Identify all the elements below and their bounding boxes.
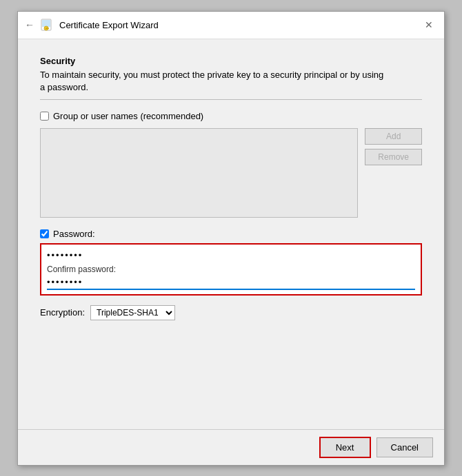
- confirm-input-wrapper: [47, 276, 415, 290]
- dialog-title: Certificate Export Wizard: [59, 20, 159, 30]
- encryption-select[interactable]: TripleDES-SHA1 AES256-SHA256: [90, 305, 175, 320]
- password-field-inner: Confirm password:: [47, 249, 415, 290]
- add-button[interactable]: Add: [365, 128, 422, 145]
- confirm-password-input[interactable]: [47, 276, 415, 289]
- password-field-box: Confirm password:: [40, 243, 422, 296]
- svg-rect-4: [46, 28, 47, 30]
- confirm-label: Confirm password:: [47, 265, 415, 274]
- encryption-label: Encryption:: [40, 307, 85, 318]
- dialog-content: Security To maintain security, you must …: [18, 39, 444, 429]
- password-checkbox[interactable]: [40, 229, 49, 238]
- group-list-area: Add Remove: [40, 128, 422, 218]
- security-section-title: Security: [40, 56, 422, 66]
- close-button[interactable]: ✕: [421, 17, 437, 33]
- password-section: Password: Confirm password:: [40, 229, 422, 296]
- svg-rect-1: [42, 20, 50, 27]
- back-arrow-button[interactable]: ←: [25, 19, 34, 30]
- encryption-row: Encryption: TripleDES-SHA1 AES256-SHA256: [40, 305, 422, 320]
- cancel-button[interactable]: Cancel: [376, 437, 433, 457]
- group-checkbox-row: Group or user names (recommended): [40, 111, 422, 121]
- security-description: To maintain security, you must protect t…: [40, 69, 422, 94]
- title-bar-left: ← Certificate Export Wizard: [25, 18, 159, 32]
- remove-button[interactable]: Remove: [365, 149, 422, 165]
- group-listbox[interactable]: [40, 128, 358, 218]
- password-input[interactable]: [47, 249, 415, 262]
- title-bar: ← Certificate Export Wizard ✕: [18, 12, 444, 39]
- certificate-icon: [40, 18, 54, 32]
- group-checkbox-label[interactable]: Group or user names (recommended): [53, 111, 203, 121]
- group-checkbox[interactable]: [40, 112, 49, 121]
- dialog-footer: Next Cancel: [18, 429, 444, 465]
- certificate-export-wizard-dialog: ← Certificate Export Wizard ✕ Security T…: [17, 11, 445, 466]
- next-button[interactable]: Next: [319, 437, 371, 458]
- group-list-buttons: Add Remove: [365, 128, 422, 218]
- password-checkbox-row: Password:: [40, 229, 422, 239]
- password-checkbox-label[interactable]: Password:: [53, 229, 95, 239]
- section-divider: [40, 99, 422, 100]
